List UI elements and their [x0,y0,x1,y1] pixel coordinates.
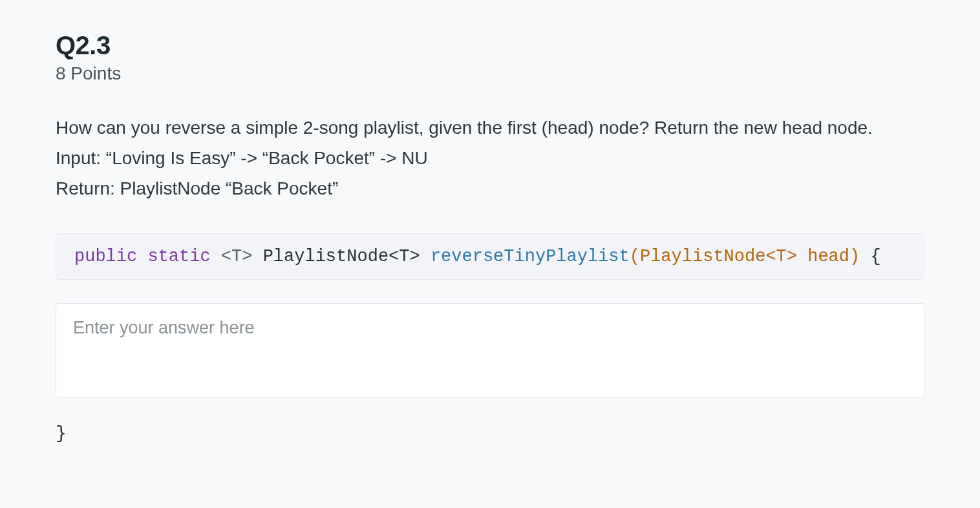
question-prompt: How can you reverse a simple 2-song play… [56,112,924,204]
question-number: Q2.3 [56,31,924,59]
question-container: Q2.3 8 Points How can you reverse a simp… [0,0,980,443]
code-paren: ) [849,247,860,266]
code-closing-brace: } [56,423,924,443]
code-signature: public static <T> PlaylistNode<T> revers… [56,233,924,280]
code-paren: ( [630,247,640,266]
prompt-line: How can you reverse a simple 2-song play… [56,112,924,143]
code-keyword: public [74,247,137,266]
code-return-type: PlaylistNode<T> [263,247,420,266]
code-brace: { [870,247,880,266]
code-function-name: reverseTinyPlaylist [431,247,630,266]
prompt-line: Return: PlaylistNode “Back Pocket” [56,173,924,204]
code-param-name: head [807,247,849,266]
answer-input[interactable] [56,303,924,397]
code-keyword: static [147,247,210,266]
code-generic: <T> [221,247,253,266]
prompt-line: Input: “Loving Is Easy” -> “Back Pocket”… [56,143,924,173]
question-points: 8 Points [56,63,924,84]
code-param-type: PlaylistNode<T> [640,247,797,266]
